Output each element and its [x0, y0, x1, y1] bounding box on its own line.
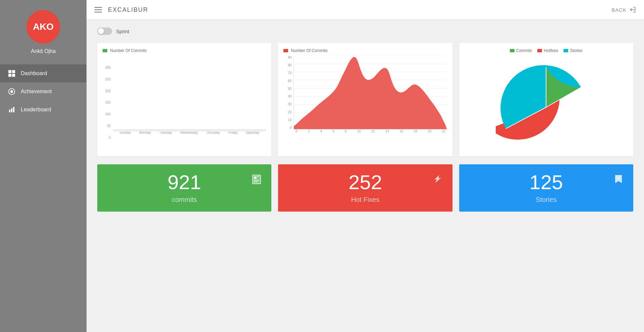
commits-icon [251, 174, 262, 187]
back-icon [629, 6, 636, 13]
commits-legend-label: Commits [516, 48, 532, 53]
dashboard-label: Dashboard [21, 70, 47, 76]
area-chart: 90 80 70 60 50 40 30 20 10 0 [283, 56, 447, 150]
stat-card-commits: 921 commits [97, 164, 271, 212]
stats-row: 921 commits 252 Hot Fixes 125 [97, 164, 633, 212]
stories-label: Stories [536, 196, 556, 204]
charts-row: Number Of Commits 300 250 200 150 100 50… [97, 43, 633, 156]
stat-card-hotfixes: 252 Hot Fixes [278, 164, 452, 212]
stories-number: 125 [529, 172, 563, 192]
achievement-icon [8, 88, 15, 95]
svg-rect-3 [12, 74, 15, 77]
area-chart-svg [294, 56, 447, 129]
back-label: BACK [611, 7, 627, 13]
sprint-label: Sprint [116, 29, 129, 34]
area-chart-box: Number Of Commits 90 80 70 60 50 40 30 2… [278, 43, 452, 156]
pie-legend-stories: Stories [564, 48, 582, 53]
dashboard-icon [8, 70, 15, 77]
svg-rect-2 [8, 74, 11, 77]
pie-chart-svg [496, 57, 596, 151]
back-button[interactable]: BACK [611, 6, 636, 13]
hamburger-menu-icon[interactable] [95, 7, 102, 12]
header: EXCALIBUR BACK [87, 0, 644, 19]
svg-rect-1 [12, 70, 15, 73]
avatar: AKO [26, 10, 60, 44]
achievement-label: Achievement [21, 89, 52, 95]
pie-legend-commits: Commits [510, 48, 532, 53]
content-area: Sprint Number Of Commits 300 250 200 150… [87, 19, 644, 332]
sidebar-item-dashboard[interactable]: Dashboard [0, 64, 87, 82]
leaderboard-label: Leaderboard [21, 107, 51, 113]
pie-legend-hotfixes: Hotfixes [537, 48, 558, 53]
bars-area [113, 129, 266, 129]
sidebar-item-achievement[interactable]: Achievement [0, 82, 87, 101]
sidebar-item-leaderboard[interactable]: Leaderboard [0, 101, 87, 119]
stat-card-stories: 125 Stories [459, 164, 633, 212]
area-chart-title: Number Of Commits [283, 48, 447, 53]
stories-legend-dot [564, 49, 568, 52]
hotfixes-number: 252 [348, 172, 382, 192]
sprint-toggle[interactable] [97, 27, 112, 35]
svg-point-5 [10, 90, 13, 93]
hotfixes-legend-dot [537, 49, 542, 52]
pie-chart-container [465, 57, 628, 151]
main-content: EXCALIBUR BACK Sprint Number Of Commits [87, 0, 644, 332]
bar-chart-box: Number Of Commits 300 250 200 150 100 50… [97, 43, 271, 156]
pie-chart-box: Commits Hotfixes Stories [459, 43, 633, 156]
bar-chart-label: Number Of Commits [110, 48, 147, 53]
svg-rect-20 [254, 176, 257, 179]
hotfixes-icon [432, 174, 443, 187]
sidebar: AKO Ankit Ojha Dashboard Achievement [0, 0, 87, 332]
bar-chart-y-axis: 300 250 200 150 100 50 0 [103, 66, 113, 140]
area-chart-x-labels: 0 2 4 6 8 10 12 14 16 18 20 22 [283, 129, 447, 133]
sidebar-nav: Dashboard Achievement Leaderboard [0, 64, 87, 119]
svg-rect-0 [8, 70, 11, 73]
area-chart-label: Number Of Commits [291, 48, 327, 53]
stories-icon [613, 174, 624, 187]
hotfixes-label: Hot Fixes [351, 196, 379, 204]
hotfixes-legend-label: Hotfixes [544, 48, 558, 53]
stories-legend-label: Stories [570, 48, 582, 53]
commits-label: commits [172, 196, 197, 204]
commits-legend-dot [510, 49, 515, 52]
area-chart-legend-dot [283, 49, 288, 52]
username: Ankit Ojha [31, 48, 56, 54]
bar-chart-legend-dot [103, 49, 107, 52]
bar-chart-x-labels: Sunday Monday Tuesday Wednesday Thrusday… [113, 129, 266, 140]
area-chart-y-axis: 90 80 70 60 50 40 30 20 10 0 [283, 56, 293, 129]
leaderboard-icon [8, 106, 15, 113]
bar-chart: 300 250 200 150 100 50 0 [103, 56, 266, 150]
pie-legend: Commits Hotfixes Stories [465, 48, 628, 53]
sprint-row: Sprint [97, 27, 633, 35]
commits-number: 921 [168, 172, 201, 192]
svg-rect-19 [253, 175, 261, 184]
app-title: EXCALIBUR [108, 6, 611, 13]
bar-chart-title: Number Of Commits [103, 48, 266, 53]
